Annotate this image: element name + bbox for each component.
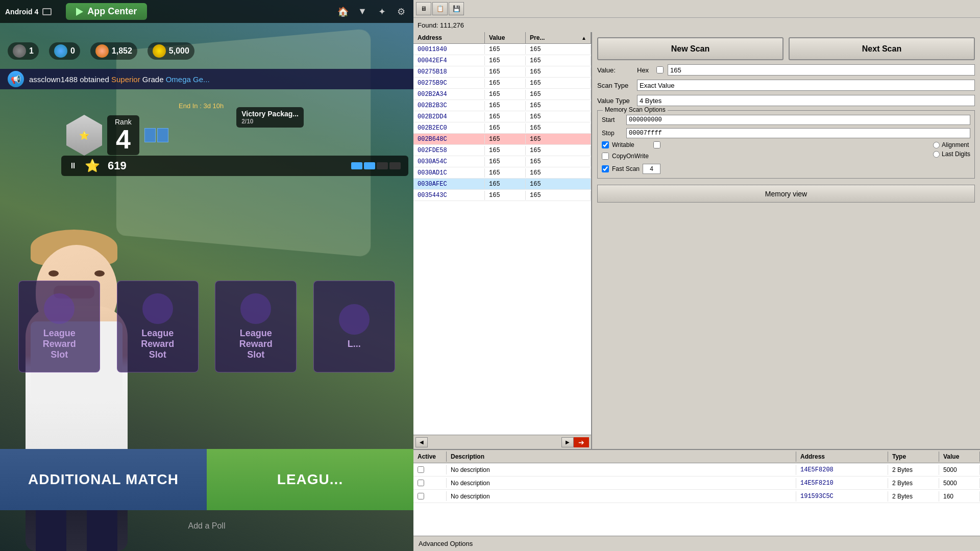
pause-icon[interactable]: ⏸ (69, 161, 77, 170)
table-row[interactable]: 002B2A34 165 165 (413, 89, 591, 100)
value-label: Value: (597, 66, 633, 74)
table-row[interactable]: 0030A54C 165 165 (413, 156, 591, 167)
cell-address: 002FDE58 (413, 146, 485, 155)
value-input[interactable] (668, 64, 975, 76)
table-row[interactable]: 00275B9C 165 165 (413, 78, 591, 89)
cell-value: 165 (485, 180, 526, 189)
home-icon[interactable]: 🏠 (336, 5, 350, 19)
hex-label: Hex (637, 66, 652, 74)
last-digits-radio[interactable] (933, 151, 940, 158)
cell-previous: 165 (526, 123, 591, 133)
active-checkbox[interactable] (418, 493, 424, 499)
alignment-label: Alignment (942, 141, 969, 148)
coin-stat-icon (95, 44, 109, 58)
table-row[interactable]: 0030AD1C 165 165 (413, 167, 591, 179)
cell-address: 0030A54C (413, 157, 485, 166)
rank-boxes (144, 128, 168, 142)
toolbar-btn-3[interactable]: 💾 (449, 2, 464, 15)
table-row[interactable]: 00011840 165 165 (413, 44, 591, 55)
active-checkbox[interactable] (418, 466, 424, 473)
league-slot-4[interactable]: L... (313, 281, 395, 372)
cell-previous: 165 (526, 168, 591, 178)
hex-checkbox[interactable] (656, 66, 664, 73)
stop-input[interactable] (626, 128, 970, 138)
rank-display: Rank 4 (107, 115, 139, 155)
writable-extra-checkbox[interactable] (653, 141, 660, 148)
fast-scan-input[interactable] (643, 164, 660, 174)
stat-blue: 0 (49, 42, 80, 60)
score-bar: ⏸ ⭐ 619 (61, 156, 408, 176)
table-row[interactable]: No description 14E5F8210 2 Bytes 5000 (413, 477, 980, 490)
scroll-left-btn[interactable]: ◀ (415, 437, 428, 447)
table-row[interactable]: 002FDE58 165 165 (413, 145, 591, 156)
bottom-table: Active Description Address Type Value No… (413, 449, 980, 551)
table-row[interactable]: 002B2DD4 165 165 (413, 111, 591, 122)
league-button[interactable]: LEAGU... (207, 449, 413, 510)
cell-address: 002B648C (413, 135, 485, 144)
next-scan-button[interactable]: Next Scan (789, 37, 975, 60)
table-row[interactable]: 0030AFEC 165 165 (413, 179, 591, 190)
start-input[interactable] (626, 115, 970, 125)
th-value: Value (939, 452, 980, 462)
table-row[interactable]: 002B2B3C 165 165 (413, 100, 591, 111)
cell-type: 2 Bytes (888, 491, 939, 502)
column-address[interactable]: Address (413, 32, 485, 43)
table-row[interactable]: 002B2EC0 165 165 (413, 122, 591, 134)
bottom-buttons: ADDITIONAL MATCH LEAGU... (0, 449, 413, 510)
cell-previous: 165 (526, 146, 591, 155)
notification-text: assclown1488 obtained Superior Grade Ome… (29, 75, 210, 84)
fast-scan-checkbox[interactable] (602, 165, 609, 172)
dropdown-icon[interactable]: ▼ (355, 5, 370, 19)
address-scroll-list[interactable]: 00011840 165 165 00042EF4 165 165 00275B… (413, 44, 591, 435)
last-digits-row: Last Digits (933, 151, 970, 158)
scan-type-select[interactable]: Exact Value (637, 80, 975, 91)
value-type-row: Value Type 4 Bytes (597, 95, 975, 106)
additional-match-button[interactable]: ADDITIONAL MATCH (0, 449, 207, 510)
copy-on-write-checkbox[interactable] (602, 153, 609, 160)
th-address: Address (796, 452, 888, 462)
gear-icon[interactable]: ⚙ (394, 5, 408, 19)
red-arrow-btn[interactable]: ➔ (574, 437, 589, 447)
cell-active (413, 465, 447, 474)
table-row[interactable]: 002B648C 165 165 (413, 134, 591, 145)
cell-value: 165 (485, 123, 526, 133)
found-text: Found: 111,276 (418, 21, 464, 29)
stop-field: Stop (602, 128, 970, 138)
table-row[interactable]: 00275B18 165 165 (413, 66, 591, 78)
value-type-select[interactable]: 4 Bytes (637, 95, 975, 106)
scan-radio-group: Alignment Last Digits (933, 141, 970, 158)
table-row[interactable]: 00042EF4 165 165 (413, 55, 591, 66)
add-poll-link[interactable]: Add a Poll (188, 521, 226, 531)
stat-gold: 5,000 (148, 42, 194, 60)
writable-checkbox[interactable] (602, 141, 609, 148)
new-scan-button[interactable]: New Scan (597, 37, 783, 60)
active-checkbox[interactable] (418, 480, 424, 486)
column-value[interactable]: Value (485, 32, 526, 43)
rank-area: ⭐ Rank 4 (66, 115, 168, 156)
table-row[interactable]: No description 191593C5C 2 Bytes 160 (413, 490, 980, 503)
table-row[interactable]: 0035443C 165 165 (413, 190, 591, 201)
cell-active (413, 491, 447, 501)
cell-value: 165 (485, 79, 526, 88)
cell-value: 165 (485, 146, 526, 155)
league-slot-1[interactable]: LeagueRewardSlot (18, 281, 100, 372)
table-row[interactable]: No description 14E5F8208 2 Bytes 5000 (413, 463, 980, 477)
column-previous[interactable]: Pre... ▲ (526, 32, 591, 43)
stat-gear: 1 (8, 42, 39, 60)
cell-value: 165 (485, 168, 526, 178)
app-center-button[interactable]: App Center (66, 3, 147, 20)
settings-icon[interactable]: ✦ (375, 5, 389, 19)
toolbar-btn-2[interactable]: 📋 (432, 2, 448, 15)
alignment-radio[interactable] (933, 142, 940, 148)
blue-stat-icon (54, 44, 67, 58)
th-active: Active (413, 452, 447, 462)
league-slot-2[interactable]: LeagueRewardSlot (117, 281, 199, 372)
toolbar-btn-1[interactable]: 🖥 (416, 2, 431, 15)
cell-address: 00275B9C (413, 79, 485, 88)
gear-stat-icon (13, 44, 26, 58)
league-slot-3[interactable]: LeagueRewardSlot (215, 281, 297, 372)
start-field: Start (602, 115, 970, 125)
scroll-right-btn[interactable]: ▶ (561, 437, 574, 447)
memory-view-button[interactable]: Memory view (597, 185, 975, 203)
advanced-options-button[interactable]: Advanced Options (413, 536, 980, 551)
